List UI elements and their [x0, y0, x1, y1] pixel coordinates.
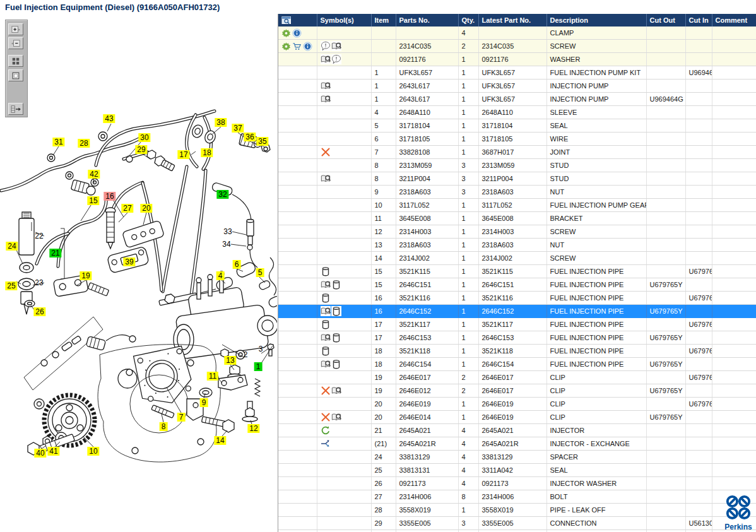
table-row[interactable]: 12643L6171UFK3L657INJECTION PUMP [278, 80, 756, 93]
table-row[interactable]: 192646E01222646E017CLIPU679765Y [278, 384, 756, 398]
table-row[interactable]: 122314H00312314H003SCREW [278, 225, 756, 239]
table-row[interactable]: 83211P00433211P004STUD [278, 172, 756, 186]
fit-view-button[interactable] [8, 69, 23, 81]
cell-cut-in [685, 504, 712, 517]
callout-34[interactable]: 34 [220, 240, 232, 249]
callout-42[interactable]: 42 [88, 170, 100, 179]
table-row[interactable]: 272314H00682314H006BOLT [278, 490, 756, 504]
callout-41[interactable]: 41 [47, 447, 59, 456]
table-row[interactable]: 42648A11012648A110SLEEVE [278, 106, 756, 119]
callout-4[interactable]: 4 [216, 271, 225, 280]
callout-37[interactable]: 37 [232, 124, 244, 133]
callout-30[interactable]: 30 [138, 133, 150, 142]
tile-view-button[interactable] [8, 55, 23, 67]
callout-12[interactable]: 12 [247, 424, 259, 433]
table-row[interactable]: 132318A60312318A603NUT [278, 239, 756, 252]
callout-38[interactable]: 38 [215, 118, 227, 127]
table-row[interactable]: 113645E00813645E008BRACKET [278, 212, 756, 225]
callout-9[interactable]: 9 [200, 398, 208, 407]
table-row[interactable]: 2314C03522314C035SCREW [278, 40, 756, 53]
callout-33[interactable]: 33 [221, 227, 233, 236]
callout-21[interactable]: 21 [49, 249, 61, 257]
callout-17[interactable]: 17 [177, 150, 189, 159]
callout-15[interactable]: 15 [87, 196, 99, 205]
table-row[interactable]: 26092117340921173INJECTOR WASHER [278, 477, 756, 490]
table-row[interactable]: 631718105131718105WIRE [278, 133, 756, 146]
callout-23[interactable]: 23 [33, 278, 45, 287]
callout-7[interactable]: 7 [177, 413, 186, 422]
gear-icon[interactable] [281, 28, 291, 38]
table-row[interactable]: 183521K11813521K118FUEL INJECTION PIPEU6… [278, 345, 756, 358]
table-row[interactable]: 152646C15112646C151FUEL INJECTION PIPEU6… [278, 278, 756, 292]
callout-5[interactable]: 5 [256, 268, 264, 277]
table-row[interactable]: (21)2645A021R42645A021RINJECTOR - EXCHAN… [278, 437, 756, 451]
callout-32[interactable]: 32 [216, 190, 228, 199]
table-row[interactable]: 182646C15412646C154FUEL INJECTION PIPEU6… [278, 358, 756, 371]
table-row[interactable]: 29020152620201526UNIONU561307K [278, 530, 756, 532]
zoom-out-button[interactable] [8, 37, 23, 49]
table-row[interactable]: 142314J00212314J002SCREW [278, 252, 756, 265]
table-row[interactable]: 192646E01722646E017CLIPU67976 [278, 371, 756, 384]
callout-27[interactable]: 27 [121, 204, 133, 213]
table-row[interactable]: 202646E01412646E019CLIPU679765Y [278, 411, 756, 424]
table-row[interactable]: 173521K11713521K117FUEL INJECTION PIPEU6… [278, 318, 756, 331]
table-row[interactable]: 212645A02142645A021INJECTOR [278, 424, 756, 437]
table-row[interactable]: 531718104131718104SEAL [278, 119, 756, 133]
callout-43[interactable]: 43 [103, 114, 115, 123]
callout-29[interactable]: 29 [135, 145, 147, 154]
callout-13[interactable]: 13 [224, 356, 236, 365]
table-row[interactable]: 4CLAMP [278, 27, 756, 40]
cell-parts: 0201526 [396, 530, 458, 532]
info-icon[interactable] [303, 42, 312, 51]
table-row[interactable]: 163521K11613521K116FUEL INJECTION PIPEU6… [278, 292, 756, 305]
table-row[interactable]: 283558X01913558X019PIPE - LEAK OFF [278, 504, 756, 517]
table-row[interactable]: 103117L05213117L052FUEL INJECTION PUMP G… [278, 199, 756, 212]
table-row[interactable]: 92318A60332318A603NUT [278, 186, 756, 199]
table-row[interactable]: 73382810813687H017JOINT [278, 146, 756, 159]
table-row[interactable]: 1UFK3L6571UFK3L657FUEL INJECTION PUMP KI… [278, 66, 756, 80]
toggle-panel-button[interactable] [8, 103, 23, 115]
cell-cut-in [685, 93, 712, 106]
table-row[interactable]: 253381313143311A042SEAL [278, 464, 756, 477]
table-row[interactable]: 092117610921176WASHER [278, 53, 756, 66]
table-row[interactable]: 153521K11513521K115FUEL INJECTION PIPEU6… [278, 265, 756, 278]
cell-desc: WASHER [546, 53, 646, 66]
cart-icon[interactable] [292, 42, 302, 51]
gear-icon[interactable] [281, 42, 291, 51]
table-row[interactable]: 202646E01912646E019CLIPU67976 [278, 398, 756, 411]
table-row[interactable]: 162646C15212646C152FUEL INJECTION PIPEU6… [278, 305, 756, 318]
callout-26[interactable]: 26 [33, 307, 45, 316]
callout-20[interactable]: 20 [140, 204, 152, 213]
callout-25[interactable]: 25 [5, 281, 17, 290]
table-row[interactable]: 172646C15312646C153FUEL INJECTION PIPEU6… [278, 331, 756, 345]
table-row[interactable]: 82313M05932313M059STUD [278, 159, 756, 172]
callout-8[interactable]: 8 [160, 422, 168, 431]
table-row[interactable]: 12643L6171UFK3L657INJECTION PUMPU969464G [278, 93, 756, 106]
callout-39[interactable]: 39 [123, 257, 135, 266]
callout-10[interactable]: 10 [87, 447, 99, 456]
callout-16[interactable]: 16 [103, 192, 115, 201]
info-icon[interactable] [292, 28, 302, 38]
zoom-in-button[interactable] [8, 23, 23, 35]
callout-40[interactable]: 40 [34, 449, 46, 458]
callout-22[interactable]: 22 [33, 232, 45, 240]
callout-3[interactable]: 3 [257, 345, 265, 353]
callout-24[interactable]: 24 [6, 242, 18, 251]
callout-2[interactable]: 2 [242, 350, 250, 359]
callout-6[interactable]: 6 [233, 260, 241, 269]
cell-comment [712, 464, 756, 477]
table-row[interactable]: 2433813129433813129SPACER [278, 451, 756, 464]
callout-19[interactable]: 19 [80, 271, 92, 280]
callout-31[interactable]: 31 [52, 138, 64, 146]
callout-36[interactable]: 36 [244, 133, 256, 141]
table-row[interactable]: 293355E00533355E005CONNECTIONU56130 [278, 517, 756, 530]
callout-35[interactable]: 35 [256, 137, 268, 146]
cyl-icon [321, 319, 331, 329]
callout-18[interactable]: 18 [201, 148, 213, 157]
column-header-description: Description [546, 14, 646, 27]
callout-11[interactable]: 11 [207, 372, 218, 381]
cell-actions [278, 93, 317, 106]
callout-1[interactable]: 1 [254, 362, 263, 371]
callout-28[interactable]: 28 [78, 139, 90, 148]
callout-14[interactable]: 14 [214, 436, 226, 445]
